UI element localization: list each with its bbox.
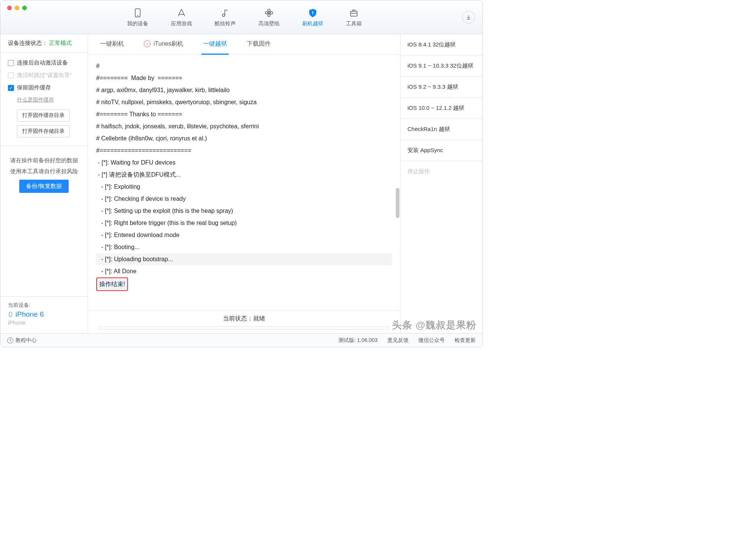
tab-download-firmware[interactable]: 下载固件 [245, 34, 272, 55]
nav-ringtones[interactable]: 酷炫铃声 [215, 8, 236, 27]
nav-flash-jailbreak[interactable]: 刷机越狱 [302, 8, 323, 27]
tab-one-key-jailbreak[interactable]: 一键越狱 [201, 34, 229, 55]
open-store-dir-button[interactable]: 打开固件存储目录 [17, 125, 70, 137]
log-view[interactable]: # #======== Made by ======= # argp, axi0… [88, 55, 400, 311]
sub-tabs: 一键刷机 iTunes刷机 一键越狱 下载固件 [88, 34, 400, 55]
nav-label: 工具箱 [346, 20, 362, 27]
main-nav: 我的设备 应用游戏 酷炫铃声 高清壁纸 刷机越狱 工具箱 [27, 8, 462, 27]
flower-icon [264, 8, 274, 18]
svg-point-4 [268, 9, 270, 12]
log-line: - [*]: Entered download mode [96, 229, 392, 241]
nav-toolbox[interactable]: 工具箱 [346, 8, 362, 27]
log-line: #======== Thanks to ======= [96, 108, 392, 120]
opt-label: 连接后自动激活设备 [17, 59, 68, 66]
log-line: # haifisch, jndok, jonseals, xerub, lils… [96, 120, 392, 132]
stop-operation: 停止操作 [401, 161, 482, 182]
tab-itunes-flash[interactable]: iTunes刷机 [142, 34, 185, 55]
opt-auto-activate[interactable]: 连接后自动激活设备 [8, 59, 80, 66]
feedback-link[interactable]: 意见反馈 [387, 337, 409, 344]
jailbreak-option[interactable]: iOS 8.4.1 32位越狱 [401, 34, 482, 55]
phone-icon [132, 8, 143, 18]
nav-label: 高清壁纸 [258, 20, 280, 27]
warn-line: 请在操作前备份好您的数据 [8, 155, 80, 166]
center-pane: 一键刷机 iTunes刷机 一键越狱 下载固件 # #======== Made… [88, 34, 400, 333]
log-line: - [*] 请把设备切换至DFU模式... [96, 169, 392, 181]
log-line: - [*]: Setting up the exploit (this is t… [96, 205, 392, 217]
jailbreak-option[interactable]: CheckRa1n 越狱 [401, 119, 482, 140]
nav-label: 刷机越狱 [302, 20, 323, 27]
tutorial-link[interactable]: 教程中心 [15, 337, 37, 344]
right-sidebar: iOS 8.4.1 32位越狱 iOS 9.1 ~ 10.3.3 32位越狱 i… [400, 34, 482, 333]
status-label: 设备连接状态： [8, 40, 48, 47]
cur-device-label: 当前设备: [8, 302, 80, 309]
log-line: - [*]: Uploading bootstrap... [96, 253, 392, 265]
log-line: - [*]: Exploiting [96, 181, 392, 193]
help-cache-link[interactable]: 什么是固件缓存 [17, 97, 80, 103]
opt-label: 保留固件缓存 [17, 84, 51, 91]
check-update-link[interactable]: 检查更新 [455, 337, 476, 344]
log-line: #======== Made by ======= [96, 72, 392, 84]
checkbox-checked-icon: ✓ [8, 85, 14, 91]
svg-point-1 [137, 15, 138, 15]
status-value: 就绪 [253, 315, 265, 322]
cur-device-name[interactable]: iPhone 6 [8, 310, 80, 319]
jailbreak-option[interactable]: iOS 9.1 ~ 10.3.3 32位越狱 [401, 55, 482, 77]
svg-point-5 [268, 14, 270, 17]
status-value: 正常模式 [49, 40, 72, 47]
shield-icon [307, 8, 318, 18]
scrollbar-thumb[interactable] [396, 188, 400, 218]
titlebar: 我的设备 应用游戏 酷炫铃声 高清壁纸 刷机越狱 工具箱 [0, 0, 482, 34]
warn-line: 使用本工具请自行承担风险 [8, 166, 80, 177]
opt-skip-setup: 激活时跳过"设置向导" [8, 72, 80, 79]
status-bar: 当前状态：就绪 [88, 311, 400, 325]
nav-label: 我的设备 [127, 20, 148, 27]
open-cache-dir-button[interactable]: 打开固件缓存目录 [17, 109, 70, 122]
cur-device-type: iPhone [8, 319, 80, 326]
nav-apps[interactable]: 应用游戏 [171, 8, 192, 27]
left-sidebar: 设备连接状态： 正常模式 连接后自动激活设备 激活时跳过"设置向导" ✓ 保留固… [0, 34, 88, 333]
jailbreak-option[interactable]: iOS 9.2 ~ 9.3.3 越狱 [401, 77, 482, 98]
scrollbar[interactable] [396, 55, 400, 311]
footer: ? 教程中心 测试版: 1.06.003 意见反馈 微信公众号 检查更新 [0, 333, 482, 347]
svg-rect-9 [9, 312, 12, 317]
tab-one-key-flash[interactable]: 一键刷机 [98, 34, 126, 55]
device-status: 设备连接状态： 正常模式 [0, 34, 88, 52]
checkbox-icon [8, 72, 14, 79]
appstore-icon [176, 8, 187, 18]
log-line: - [*]: Right before trigger (this is the… [96, 217, 392, 229]
version-label: 测试版: 1.06.003 [338, 337, 378, 344]
itunes-icon [144, 40, 151, 47]
log-line: # Cellebrite (ih8sn0w, cjori, ronyrus et… [96, 132, 392, 145]
jailbreak-option[interactable]: iOS 10.0 ~ 12.1.2 越狱 [401, 98, 482, 119]
close-icon[interactable] [7, 6, 12, 10]
svg-point-2 [222, 14, 225, 17]
svg-rect-8 [350, 11, 357, 16]
warning-block: 请在操作前备份好您的数据 使用本工具请自行承担风险 备份/恢复数据 [0, 146, 88, 197]
log-line: - [*]: Booting... [96, 241, 392, 253]
progress-bar [99, 326, 389, 329]
svg-point-7 [270, 11, 273, 14]
download-icon [465, 14, 472, 21]
nav-label: 酷炫铃声 [215, 20, 236, 27]
maximize-icon[interactable] [22, 6, 27, 10]
nav-devices[interactable]: 我的设备 [127, 8, 148, 27]
log-line: # argp, axi0mx, danyl931, jaywalker, kir… [96, 84, 392, 96]
nav-wallpapers[interactable]: 高清壁纸 [258, 8, 280, 27]
log-line: # nitoTV, nullpixel, pimskeks, qwertyoru… [96, 96, 392, 108]
log-line: - [*]: All Done [96, 265, 392, 277]
current-device: 当前设备: iPhone 6 iPhone [0, 296, 88, 333]
traffic-lights [7, 6, 27, 10]
minimize-icon[interactable] [15, 6, 19, 10]
checkbox-icon [8, 60, 14, 66]
log-done-badge: 操作结束! [96, 277, 128, 291]
log-line: - [*]: Waiting for DFU devices [96, 157, 392, 169]
install-appsync[interactable]: 安装 AppSync [401, 140, 482, 161]
opt-label: 激活时跳过"设置向导" [17, 72, 72, 79]
opt-keep-cache[interactable]: ✓ 保留固件缓存 [8, 84, 80, 91]
svg-point-3 [268, 12, 270, 13]
downloads-button[interactable] [462, 11, 475, 24]
wechat-link[interactable]: 微信公众号 [418, 337, 445, 344]
backup-restore-button[interactable]: 备份/恢复数据 [19, 180, 68, 193]
nav-label: 应用游戏 [171, 20, 192, 27]
music-icon [220, 8, 230, 18]
